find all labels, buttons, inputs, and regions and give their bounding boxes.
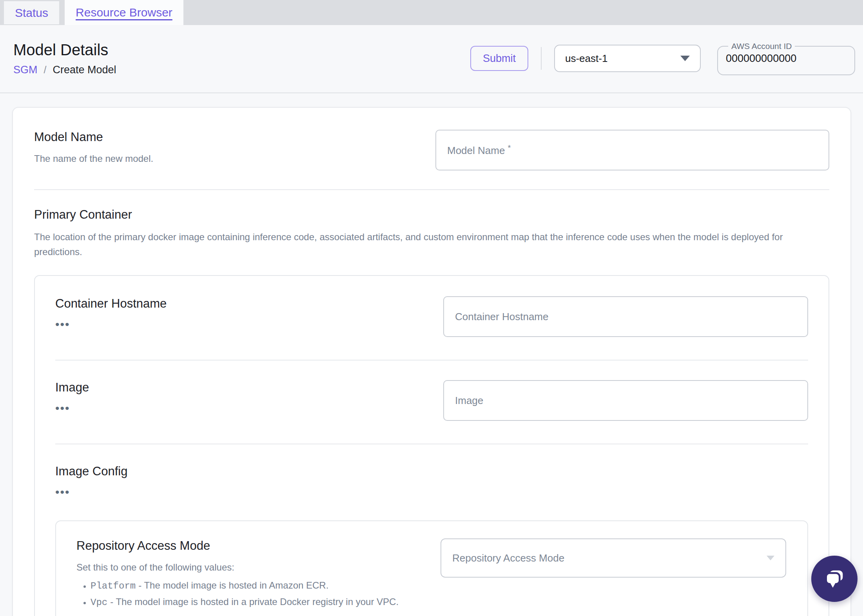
primary-container-label: Primary Container [34, 207, 829, 222]
section-divider [34, 189, 829, 190]
image-input-shell: Image [443, 380, 808, 421]
tab-status[interactable]: Status [4, 1, 59, 24]
tab-resource-browser[interactable]: Resource Browser [65, 0, 183, 25]
image-label: Image [55, 380, 420, 395]
chat-bubbles-icon [822, 566, 847, 591]
repository-access-mode-row: Repository Access Mode Set this to one o… [76, 538, 786, 609]
repository-access-mode-meta: Repository Access Mode Set this to one o… [76, 538, 441, 609]
container-hostname-label: Container Hostname [55, 296, 420, 311]
row-divider [55, 360, 808, 361]
tab-status-label: Status [15, 6, 48, 20]
image-config-label: Image Config [55, 464, 808, 478]
repository-access-mode-description: Set this to one of the following values: [76, 560, 417, 574]
image-input[interactable] [443, 380, 808, 421]
repository-access-mode-options-list: Platform- The model image is hosted in A… [76, 579, 417, 609]
model-name-description: The name of the new model. [34, 151, 412, 166]
page-title: Model Details [13, 41, 116, 58]
breadcrumb: SGM / Create Model [13, 64, 116, 76]
model-name-meta: Model Name The name of the new model. [34, 130, 435, 166]
submit-button[interactable]: Submit [470, 46, 528, 71]
primary-container-card: Container Hostname ••• Container Hostnam… [34, 275, 829, 616]
page-header: Model Details SGM / Create Model Submit … [0, 25, 863, 93]
model-name-row: Model Name The name of the new model. Mo… [34, 130, 829, 170]
image-expand-button[interactable]: ••• [55, 406, 70, 411]
chat-widget-button[interactable] [811, 556, 858, 602]
tab-bar: Status Resource Browser [0, 0, 863, 25]
tab-resource-browser-label: Resource Browser [76, 6, 172, 19]
repository-access-mode-label: Repository Access Mode [76, 538, 417, 553]
container-hostname-input-shell: Container Hostname [443, 296, 808, 337]
primary-container-description: The location of the primary docker image… [34, 230, 822, 259]
image-config-expand-button[interactable]: ••• [55, 489, 70, 495]
model-name-input[interactable] [435, 130, 829, 170]
list-item: Vpc- The model image is hosted in a priv… [91, 595, 417, 609]
option-text: - The model image is hosted in Amazon EC… [138, 580, 328, 591]
image-meta: Image ••• [55, 380, 443, 414]
main-content: Model Name The name of the new model. Mo… [0, 93, 863, 616]
option-text: - The model image is hosted in a private… [110, 596, 399, 607]
container-hostname-meta: Container Hostname ••• [55, 296, 443, 330]
aws-account-id-label: AWS Account ID [728, 42, 795, 51]
aws-account-id-fieldset: AWS Account ID [717, 42, 855, 75]
header-actions: Submit us-east-1 AWS Account ID [470, 42, 856, 75]
list-item: Platform- The model image is hosted in A… [91, 579, 417, 593]
breadcrumb-separator: / [44, 64, 47, 76]
container-hostname-expand-button[interactable]: ••• [55, 322, 70, 327]
region-select[interactable]: us-east-1 [554, 45, 701, 72]
container-hostname-input[interactable] [443, 296, 808, 337]
option-code: Platform [91, 581, 136, 591]
breadcrumb-current: Create Model [53, 64, 116, 76]
header-divider [541, 47, 542, 70]
image-row: Image ••• Image [55, 380, 808, 421]
chevron-down-icon [767, 556, 774, 560]
option-code: Vpc [91, 597, 107, 608]
model-details-card: Model Name The name of the new model. Mo… [12, 107, 851, 616]
region-select-value: us-east-1 [565, 53, 607, 65]
image-config-card: Repository Access Mode Set this to one o… [55, 520, 808, 616]
model-name-label: Model Name [34, 130, 412, 144]
breadcrumb-root-link[interactable]: SGM [13, 64, 38, 76]
chevron-down-icon [680, 56, 690, 61]
image-config-section: Image Config ••• Repository Access Mode … [55, 464, 808, 616]
model-name-input-shell: Model Name* [435, 130, 829, 170]
repository-access-mode-select-placeholder: Repository Access Mode [452, 552, 564, 564]
container-hostname-row: Container Hostname ••• Container Hostnam… [55, 296, 808, 337]
repository-access-mode-select[interactable]: Repository Access Mode [441, 538, 786, 578]
page-header-left: Model Details SGM / Create Model [13, 41, 116, 76]
aws-account-id-input[interactable] [726, 53, 849, 65]
row-divider [55, 444, 808, 444]
primary-container-section: Primary Container The location of the pr… [34, 207, 829, 616]
